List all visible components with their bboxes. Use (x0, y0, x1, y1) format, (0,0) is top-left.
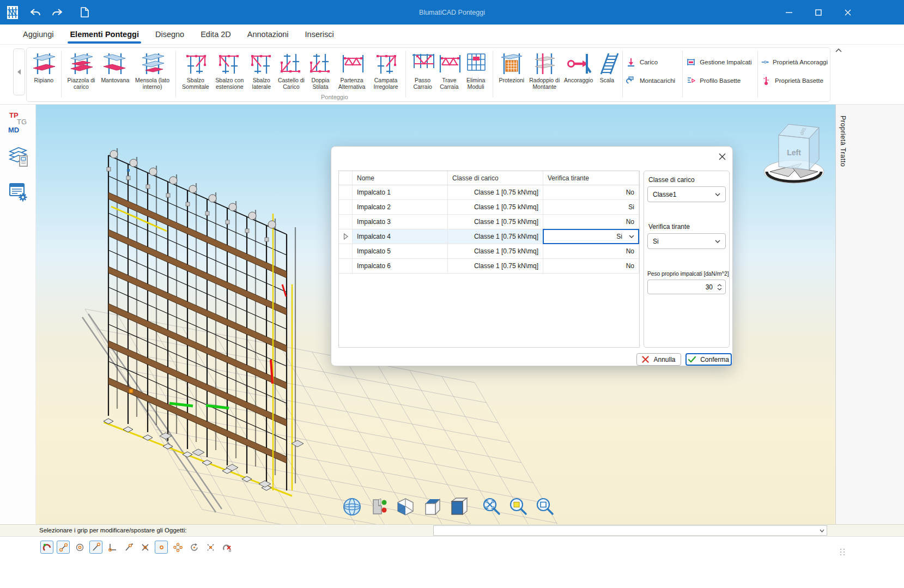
cell-nome[interactable]: Impalcato 6 (353, 259, 448, 274)
verifica-cell-editor[interactable]: Si (543, 229, 639, 244)
new-document-icon[interactable] (81, 7, 89, 17)
walk-view-icon[interactable] (369, 497, 389, 517)
ribbon-item-ripiano[interactable]: Ripiano (31, 51, 57, 83)
ribbon-item-mantovana[interactable]: Mantovana (98, 51, 132, 83)
spinner-down-icon[interactable] (717, 288, 722, 290)
viewcube-left-label[interactable]: Left (787, 148, 801, 157)
resize-grip[interactable] (840, 549, 845, 555)
cell-classe[interactable]: Classe 1 [0.75 kN\mq] (448, 200, 543, 215)
snap-quadrant-icon[interactable] (171, 541, 184, 554)
cell-nome[interactable]: Impalcato 1 (353, 185, 448, 200)
close-window-icon[interactable] (842, 7, 854, 19)
ribbon-item-profilo-basette[interactable]: Profilo Basette (686, 76, 754, 86)
layers-report-icon[interactable] (9, 146, 28, 168)
close-icon[interactable] (717, 151, 727, 161)
cell-verifica[interactable]: Si (543, 200, 639, 215)
classe-di-carico-select[interactable]: Classe1 (647, 186, 726, 202)
cell-verifica[interactable]: No (543, 185, 639, 200)
tab-inserisci[interactable]: Inserisci (304, 26, 335, 43)
ribbon-item-carico[interactable]: Carico (626, 57, 679, 67)
tab-annotazioni[interactable]: Annotazioni (246, 26, 290, 43)
perspective-view-icon[interactable] (396, 497, 415, 517)
cell-classe[interactable]: Classe 1 [0.75 kN\mq] (448, 215, 543, 229)
ribbon-item-proprieta-basette[interactable]: Proprietà Basette (761, 76, 828, 86)
ribbon-item-sbalzo-sommitale[interactable]: Sbalzo Sommitale (180, 51, 211, 90)
column-header-nome[interactable]: Nome (353, 171, 448, 185)
ribbon-item-trave-carraia[interactable]: Trave Carraia (436, 51, 462, 90)
ribbon-scroll-left-button[interactable] (13, 49, 25, 95)
snap-perpendicular-icon[interactable] (106, 541, 119, 554)
cell-verifica-editing[interactable]: Si (543, 229, 639, 244)
snap-tangent-icon[interactable] (122, 541, 135, 554)
zoom-previous-icon[interactable] (536, 497, 555, 517)
snap-intersection-icon[interactable] (138, 541, 151, 554)
cell-classe[interactable]: Classe 1 [0.75 kN\mq] (448, 229, 543, 244)
proprieta-tratto-panel[interactable]: Proprietà Tratto (835, 105, 904, 524)
cell-nome[interactable]: Impalcato 3 (353, 215, 448, 229)
peso-proprio-spinner[interactable]: 30 (647, 280, 726, 294)
verifica-tirante-select[interactable]: Si (647, 233, 726, 249)
cell-verifica[interactable]: No (543, 259, 639, 274)
ribbon-item-protezioni[interactable]: Protezioni (497, 51, 527, 83)
tab-edita-2d[interactable]: Edita 2D (199, 26, 232, 43)
snap-apparent-intersection-icon[interactable] (204, 541, 217, 554)
cell-classe[interactable]: Classe 1 [0.75 kN\mq] (448, 259, 543, 274)
ribbon-item-mensola-lato-interno[interactable]: Mensola (lato interno) (134, 51, 172, 90)
snap-disable-icon[interactable] (220, 541, 233, 554)
table-row[interactable]: Impalcato 3 Classe 1 [0.75 kN\mq] No (339, 215, 639, 229)
snap-magnet-icon[interactable] (40, 541, 53, 554)
cell-verifica[interactable]: No (543, 244, 639, 259)
cell-nome[interactable]: Impalcato 5 (353, 244, 448, 259)
zoom-window-icon[interactable] (509, 497, 529, 517)
table-row-selected[interactable]: Impalcato 4 Classe 1 [0.75 kN\mq] Si (339, 229, 639, 244)
ribbon-item-radoppio-di-montante[interactable]: Radoppio di Montante (527, 51, 561, 90)
ribbon-item-piazzola-di-carico[interactable]: Piazzola di carico (65, 51, 97, 90)
snap-rotation-icon[interactable] (187, 541, 201, 554)
view-cube[interactable]: Top Left (762, 119, 828, 185)
ribbon-item-passo-carraio[interactable]: Passo Carraio (410, 51, 435, 90)
snap-center-icon[interactable] (73, 541, 86, 554)
ribbon-item-castello-di-carico[interactable]: Castello di Carico (276, 51, 306, 90)
cell-nome[interactable]: Impalcato 4 (353, 229, 448, 244)
tab-elementi-ponteggi[interactable]: Elementi Ponteggi (69, 26, 140, 43)
list-settings-icon[interactable] (9, 182, 28, 202)
snap-node-icon[interactable] (155, 541, 168, 554)
table-row[interactable]: Impalcato 6 Classe 1 [0.75 kN\mq] No (339, 259, 639, 274)
snap-endpoint-icon[interactable] (57, 541, 70, 554)
ribbon-item-ancoraggio[interactable]: Ancoraggio (562, 51, 594, 83)
ribbon-item-partenza-alternativa[interactable]: Partenza Alternativa (335, 51, 368, 90)
cell-classe[interactable]: Classe 1 [0.75 kN\mq] (448, 244, 543, 259)
redo-icon[interactable] (52, 9, 62, 16)
cell-nome[interactable]: Impalcato 2 (353, 200, 448, 215)
top-view-icon[interactable] (422, 497, 442, 517)
side-view-icon[interactable] (449, 497, 469, 517)
command-input[interactable] (433, 525, 827, 536)
column-header-verifica[interactable]: Verifica tirante (543, 171, 639, 185)
ribbon-collapse-icon[interactable] (833, 45, 845, 56)
ribbon-item-montacarichi[interactable]: Montacarichi (626, 76, 679, 86)
undo-icon[interactable] (31, 9, 40, 16)
ribbon-item-campata-irregolare[interactable]: Campata Irregolare (370, 51, 402, 90)
ribbon-item-proprieta-ancoraggi[interactable]: Proprietà Ancoraggi (761, 57, 828, 67)
annulla-button[interactable]: Annulla (636, 353, 681, 366)
table-row[interactable]: Impalcato 2 Classe 1 [0.75 kN\mq] Si (339, 200, 639, 215)
orbit-globe-icon[interactable] (342, 497, 362, 517)
minimize-icon[interactable] (783, 7, 795, 19)
maximize-icon[interactable] (812, 7, 824, 19)
chevron-down-icon[interactable] (629, 235, 634, 238)
conferma-button[interactable]: Conferma (685, 353, 732, 366)
column-header-classe[interactable]: Classe di carico (448, 171, 543, 185)
table-row[interactable]: Impalcato 1 Classe 1 [0.75 kN\mq] No (339, 185, 639, 200)
tab-aggiungi[interactable]: Aggiungi (22, 26, 54, 43)
ribbon-item-elimina-moduli[interactable]: Elimina Moduli (463, 51, 489, 90)
ribbon-item-scala[interactable]: Scala (596, 51, 618, 83)
cell-classe[interactable]: Classe 1 [0.75 kN\mq] (448, 185, 543, 200)
ribbon-item-doppia-stilata[interactable]: Doppia Stilata (307, 51, 334, 90)
cell-verifica[interactable]: No (543, 215, 639, 229)
table-row[interactable]: Impalcato 5 Classe 1 [0.75 kN\mq] No (339, 244, 639, 259)
tab-disegno[interactable]: Disegno (154, 26, 185, 43)
ribbon-item-gestione-impalcati[interactable]: Gestione Impalcati (686, 57, 754, 67)
layer-mode-button[interactable]: TP TG MD (8, 111, 32, 140)
zoom-extents-icon[interactable] (482, 497, 502, 517)
ribbon-item-sbalzo-laterale[interactable]: Sbalzo laterale (247, 51, 275, 90)
